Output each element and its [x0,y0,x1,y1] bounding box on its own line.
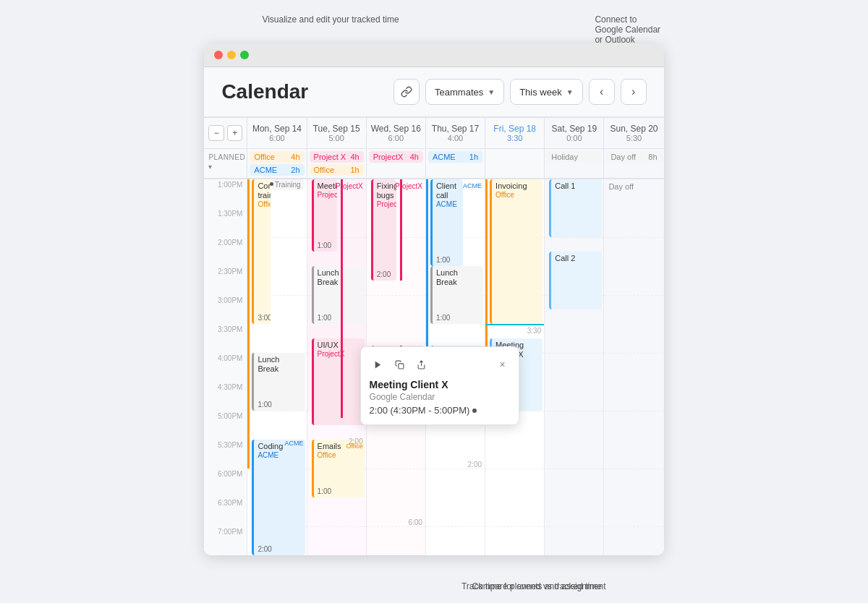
day-hours-tue: 5:00 [312,134,362,142]
time-7pm: 7:00PM [204,526,247,555]
app-container: Calendar Teammates ▼ This week ▼ ‹ › [204,67,663,555]
mon-orange-bar [247,179,250,469]
time-2pm: 2:00PM [204,237,247,266]
time-230pm: 2:30PM [204,266,247,295]
planned-sun: Day off8h [604,149,663,179]
wed-projectx-label: ProjectX [395,182,422,190]
sun-dayoff-label: Day off [608,182,634,191]
event-mon-lunch[interactable]: Lunch Break 1:00 [252,353,305,411]
day-name-sat: Sat, Sep 19 [549,124,599,134]
thu-blue-bar [426,179,428,353]
prev-week-button[interactable]: ‹ [589,79,615,105]
this-week-chevron: ▼ [566,88,574,96]
popup-close-button[interactable]: × [495,357,510,372]
day-header-sat: Sat, Sep 19 0:00 [545,118,604,149]
event-mon-company-training[interactable]: Company training Office 3:00 [252,179,270,324]
event-tue-uiux[interactable]: UI/UX ProjectX [312,338,365,425]
app-header: Calendar Teammates ▼ This week ▼ ‹ › [204,67,663,117]
planned-sun-dayoff: Day off8h [606,151,661,163]
browser-window: Calendar Teammates ▼ This week ▼ ‹ › [204,43,663,555]
event-tue-lunch[interactable]: Lunch Break 1:00 [312,266,365,324]
planned-tue: Project X4h Office1h [307,149,367,179]
day-hours-sun: 5:30 [608,134,659,142]
maximize-dot [240,51,249,59]
event-detail-popup: × Meeting Client X Google Calendar 2:00 … [360,346,519,425]
this-week-dropdown[interactable]: This week ▼ [510,79,582,105]
mon-dot-indicator [270,182,273,186]
day-col-tue: Meeting ProjectX 1:00 ProjectX Lunch Bre… [307,179,367,555]
annotation-connect: Connect to Google Calendar or Outlook [595,14,663,45]
annotation-track: Track time for events and assignment [461,581,606,591]
event-mon-coding[interactable]: Coding ACME 2:00 [252,440,305,555]
popup-time-text: 2:00 (4:30PM - 5:00PM) [370,405,470,416]
time-3pm: 3:00PM [204,295,247,324]
planned-thu: ACME1h [426,149,485,179]
expand-button[interactable]: + [227,125,243,141]
day-hours-wed: 6:00 [371,134,421,142]
day-header-sun: Sun, Sep 20 5:30 [604,118,663,149]
day-name-wed: Wed, Sep 16 [371,124,421,134]
time-column: 1:00PM 1:30PM 2:00PM 2:30PM 3:00PM 3:30P… [204,179,247,555]
collapse-button[interactable]: − [208,125,224,141]
teammates-dropdown[interactable]: Teammates ▼ [425,79,504,105]
popup-calendar: Google Calendar [370,392,510,402]
event-mon-training-tag: Training [272,179,304,190]
thu-hours-label: 2:00 [468,461,482,469]
event-wed-fixingbugs[interactable]: Fixing bugs ProjectX 2:00 [371,179,396,281]
annotation-visualize: Visualize and edit your tracked time [262,14,399,25]
day-hours-mon: 6:00 [252,134,302,142]
time-1pm: 1:00PM [204,179,247,208]
event-tue-meeting[interactable]: Meeting ProjectX 1:00 [312,179,337,252]
thu-acme-float: ACME [463,182,482,189]
wed-hours-label: 6:00 [408,518,422,526]
calendar-header-row: − + Mon, Sep 14 6:00 Tue, Sep 15 5:00 We… [204,117,663,149]
planned-sat: Holiday [545,149,604,179]
day-hours-thu: 4:00 [430,134,480,142]
collapse-arrow[interactable]: ▾ [208,163,213,171]
time-5pm: 5:00PM [204,411,247,440]
teammates-label: Teammates [435,87,483,98]
event-sat-call1[interactable]: Call 1 [549,179,602,237]
header-controls: Teammates ▼ This week ▼ ‹ › [393,79,647,105]
popup-actions [370,356,430,373]
day-header-fri: Fri, Sep 18 3:30 [485,118,545,149]
close-dot [214,51,223,59]
page-title: Calendar [221,80,385,103]
time-130pm: 1:30PM [204,208,247,237]
tue-projectx-label: ProjectX [336,182,363,190]
wed-pink-bar1 [400,179,402,281]
this-week-label: This week [519,87,562,98]
popup-header: × [370,356,510,373]
time-530pm: 5:30PM [204,440,247,469]
planned-wed: ProjectX4h [367,149,426,179]
day-col-mon: Company training Office 3:00 Training Lu… [247,179,307,555]
popup-share-button[interactable] [413,356,430,373]
event-thu-clientcall[interactable]: Client call ACME 1:00 [430,179,463,266]
tue-pink-bar [341,179,343,418]
day-name-thu: Thu, Sep 17 [430,124,480,134]
time-330pm: 3:30PM [204,324,247,353]
popup-copy-button[interactable] [391,356,409,373]
svg-marker-0 [375,361,381,368]
planned-sat-holiday: Holiday [547,151,601,163]
planned-row: PLANNED ▾ Office4h ACME2h Project X4h [204,149,663,179]
planned-fri [485,149,545,179]
popup-play-button[interactable] [370,356,387,373]
next-week-button[interactable]: › [621,79,647,105]
planned-thu-acme: ACME1h [428,151,482,163]
calendar-link-button[interactable] [393,79,420,105]
titlebar [204,43,663,67]
planned-mon-office: Office4h [250,151,304,163]
day-hours-sat: 0:00 [549,134,599,142]
day-col-sat: Call 1 Call 2 [545,179,604,555]
event-sat-call2[interactable]: Call 2 [549,252,602,309]
event-thu-lunch[interactable]: Lunch Break 1:00 [430,266,483,324]
day-header-wed: Wed, Sep 16 6:00 [367,118,426,149]
event-fri-invoicing[interactable]: Invoicing Office [490,179,542,324]
day-name-fri: Fri, Sep 18 [490,124,540,134]
grid-controls: − + [204,118,247,149]
planned-text: PLANNED [208,153,245,161]
time-4pm: 4:00PM [204,353,247,382]
day-header-mon: Mon, Sep 14 6:00 [247,118,307,149]
day-col-sun: Day off [604,179,663,555]
